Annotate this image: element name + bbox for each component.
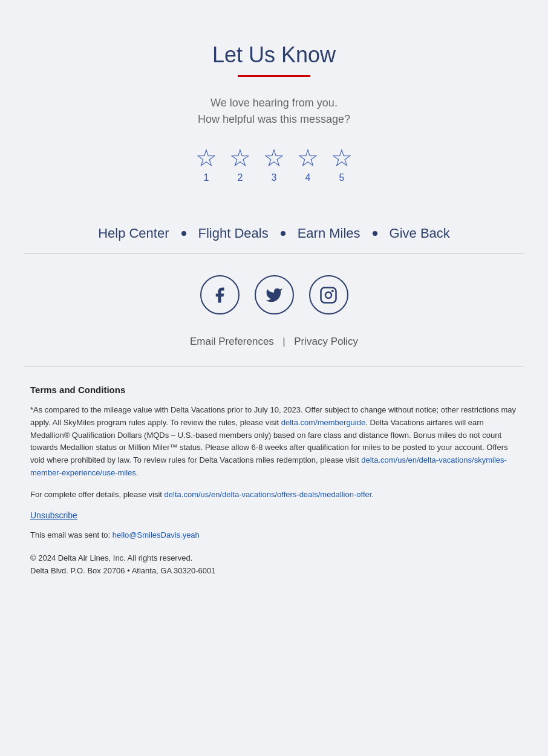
terms-p2-text: For complete offer details, please visit (30, 490, 165, 499)
star-2-label: 2 (238, 172, 243, 183)
svg-point-1 (325, 292, 331, 298)
star-3[interactable]: ☆ 3 (263, 146, 285, 183)
terms-p1-end: . (136, 468, 139, 477)
email-container: Let Us Know We love hearing from you. Ho… (0, 12, 548, 608)
subtitle-line2: How helpful was this message? (198, 113, 350, 125)
copyright: © 2024 Delta Air Lines, Inc. All rights … (30, 553, 192, 562)
sent-to-prefix: This email was sent to: (30, 530, 110, 539)
star-5[interactable]: ☆ 5 (331, 146, 353, 183)
star-4-label: 4 (305, 172, 311, 183)
star-5-icon[interactable]: ☆ (331, 146, 353, 170)
unsubscribe-link[interactable]: Unsubscribe (30, 510, 518, 520)
nav-dot-3 (373, 231, 377, 236)
terms-paragraph-1: *As compared to the mileage value with D… (30, 404, 518, 480)
nav-links: Help Center Flight Deals Earn Miles Give… (0, 213, 548, 253)
svg-rect-0 (321, 287, 336, 302)
star-2[interactable]: ☆ 2 (229, 146, 251, 183)
copyright-text: © 2024 Delta Air Lines, Inc. All rights … (30, 552, 518, 578)
star-4-icon[interactable]: ☆ (297, 146, 319, 170)
offers-link[interactable]: delta.com/us/en/delta-vacations/offers-d… (165, 490, 374, 499)
address: Delta Blvd. P.O. Box 20706 • Atlanta, GA… (30, 566, 215, 575)
nav-help-center[interactable]: Help Center (98, 226, 169, 241)
nav-give-back[interactable]: Give Back (390, 226, 450, 241)
nav-flight-deals[interactable]: Flight Deals (198, 226, 269, 241)
star-1[interactable]: ☆ 1 (195, 146, 217, 183)
star-3-label: 3 (272, 172, 277, 183)
facebook-icon (210, 286, 229, 304)
star-2-icon[interactable]: ☆ (229, 146, 251, 170)
instagram-button[interactable] (309, 275, 348, 314)
subtitle-line1: We love hearing from you. (210, 97, 338, 109)
nav-dot-1 (181, 231, 186, 236)
nav-dot-2 (281, 231, 285, 236)
instagram-icon (319, 286, 338, 304)
email-preferences-link[interactable]: Email Preferences (190, 336, 274, 347)
page-title: Let Us Know (12, 42, 536, 68)
star-3-icon[interactable]: ☆ (263, 146, 285, 170)
terms-title: Terms and Conditions (30, 385, 518, 395)
twitter-icon (265, 286, 283, 304)
svg-point-2 (331, 290, 334, 292)
social-row (0, 254, 548, 336)
nav-earn-miles[interactable]: Earn Miles (298, 226, 360, 241)
twitter-button[interactable] (255, 275, 294, 314)
sent-to-email[interactable]: hello@SmilesDavis.yeah (113, 530, 200, 539)
title-divider (238, 75, 310, 77)
star-1-icon[interactable]: ☆ (195, 146, 217, 170)
star-1-label: 1 (204, 172, 209, 183)
sent-to-info: This email was sent to: hello@SmilesDavi… (30, 529, 518, 542)
subtitle: We love hearing from you. How helpful wa… (12, 95, 536, 128)
let-us-know-section: Let Us Know We love hearing from you. Ho… (0, 24, 548, 213)
star-4[interactable]: ☆ 4 (297, 146, 319, 183)
memberguide-link[interactable]: delta.com/memberguide (281, 418, 365, 427)
facebook-button[interactable] (200, 275, 240, 314)
footer-links: Email Preferences | Privacy Policy (0, 336, 548, 366)
star-5-label: 5 (339, 172, 345, 183)
terms-section: Terms and Conditions *As compared to the… (0, 367, 548, 596)
terms-paragraph-2: For complete offer details, please visit… (30, 489, 518, 501)
footer-separator: | (282, 336, 285, 347)
stars-row: ☆ 1 ☆ 2 ☆ 3 ☆ 4 ☆ 5 (12, 146, 536, 183)
privacy-policy-link[interactable]: Privacy Policy (294, 336, 358, 347)
